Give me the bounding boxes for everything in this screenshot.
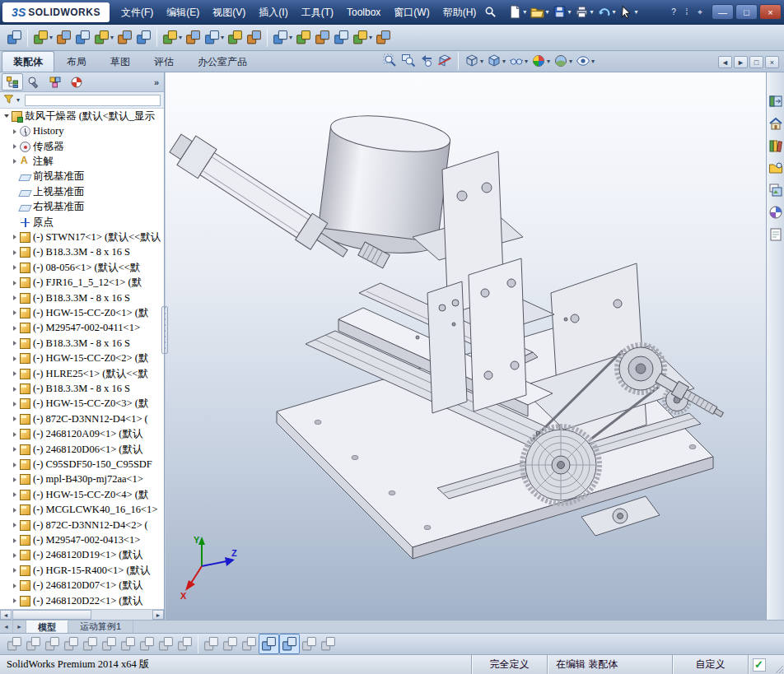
file-explorer-icon[interactable]	[768, 160, 783, 175]
rotate-component-icon[interactable]	[134, 28, 153, 47]
expander-icon[interactable]	[11, 553, 19, 558]
tree-item[interactable]: (-) HGW-15-CC-Z0<4> (默	[0, 487, 164, 502]
command-tab[interactable]: 办公室产品	[186, 51, 259, 72]
tree-horizontal-scrollbar[interactable]: ◄ ►	[0, 609, 164, 620]
explode-line-sketch-icon[interactable]	[294, 28, 313, 47]
tree-item[interactable]: (-) C95SDF50-150_C95SDF	[0, 457, 164, 472]
custom-properties-icon[interactable]	[768, 227, 783, 242]
shaded-with-edges-icon[interactable]	[259, 634, 279, 654]
command-tab[interactable]: 评估	[142, 51, 185, 72]
document-tab[interactable]: 运动算例1	[68, 621, 133, 633]
doc-prev-button[interactable]: ◄	[718, 56, 732, 68]
measure-icon[interactable]	[332, 28, 351, 47]
menu-item[interactable]: 插入(I)	[252, 0, 294, 25]
new-document-button[interactable]: ▾	[506, 4, 528, 20]
save-button[interactable]: ▾	[551, 4, 572, 20]
sketch-icon[interactable]	[5, 634, 24, 653]
tree-item[interactable]: (-) 872C-D3NN12-D4<1> (	[0, 411, 164, 426]
tab-feature-manager-tree[interactable]	[2, 73, 23, 91]
polygon-tool-icon[interactable]	[100, 634, 119, 653]
zoom-fit-icon[interactable]	[382, 53, 399, 69]
tree-item[interactable]: 上视基准面	[0, 184, 164, 199]
tree-item[interactable]: 前视基准面	[0, 170, 164, 184]
expander-icon[interactable]	[11, 477, 19, 482]
dropdown-caret[interactable]: ▾	[179, 34, 182, 41]
dropdown-caret[interactable]: ▾	[545, 8, 548, 16]
doc-close-button[interactable]: ×	[765, 56, 779, 68]
document-tab[interactable]: 模型	[26, 621, 68, 633]
view-mode-dropdown[interactable]: 自定义	[672, 655, 748, 674]
tree-item[interactable]: (-) 2468120A09<1> (默认	[0, 427, 164, 442]
panel-splitter[interactable]	[161, 306, 168, 354]
previous-view-icon[interactable]	[418, 53, 435, 69]
expander-icon[interactable]	[11, 492, 19, 497]
exploded-view-icon[interactable]: ▾	[271, 28, 294, 47]
search-icon[interactable]	[483, 5, 498, 19]
menu-item[interactable]: 帮助(H)	[436, 0, 483, 25]
edit-component-icon[interactable]	[5, 28, 24, 47]
solidworks-resources-icon[interactable]	[768, 116, 783, 131]
pin-icon[interactable]: ⌖	[693, 7, 707, 17]
tree-item[interactable]: (-) B18.3.3M - 8 x 16 S	[0, 336, 164, 351]
maximize-button[interactable]: □	[735, 4, 758, 20]
scrollbar-track[interactable]	[92, 610, 152, 620]
expander-icon[interactable]	[11, 387, 19, 392]
select-button[interactable]: ▾	[618, 4, 639, 20]
line-tool-icon[interactable]	[43, 634, 62, 653]
smart-dimension-icon[interactable]	[24, 634, 43, 653]
expander-icon[interactable]	[11, 568, 19, 573]
new-motion-study-icon[interactable]	[226, 28, 245, 47]
component-pattern-icon[interactable]	[73, 28, 92, 47]
tree-item[interactable]: 传感器	[0, 139, 164, 154]
tree-item[interactable]: (-) HGR-15-R400<1> (默认	[0, 563, 164, 578]
expander-icon[interactable]	[11, 583, 19, 588]
tree-item[interactable]: (-) 2468120D07<1> (默认	[0, 579, 164, 593]
offset-entities-icon[interactable]	[175, 634, 194, 653]
tree-item[interactable]: (-) MCGLCWK40_16_16<1>	[0, 503, 164, 518]
section-view-icon[interactable]	[436, 53, 453, 69]
tree-item[interactable]: (-) 872C-D3NN12-D4<2> (	[0, 518, 164, 532]
tree-item[interactable]: (-) 2468120D06<1> (默认	[0, 442, 164, 457]
dropdown-caret[interactable]: ▾	[634, 8, 637, 16]
doc-restore-button[interactable]: □	[749, 56, 763, 68]
expander-icon[interactable]	[11, 416, 19, 421]
dropdown-caret[interactable]: ▾	[547, 58, 550, 65]
menu-item[interactable]: 窗口(W)	[387, 0, 436, 25]
expander-icon[interactable]	[11, 310, 19, 315]
expander-icon[interactable]	[11, 598, 19, 603]
bom-table-icon[interactable]	[319, 634, 338, 653]
tab-configuration-manager[interactable]	[44, 73, 66, 91]
section-tool-icon[interactable]	[300, 634, 319, 653]
minimize-button[interactable]: —	[712, 4, 734, 20]
dropdown-caret[interactable]: ▾	[612, 8, 615, 16]
scroll-left-icon[interactable]: ◄	[0, 610, 12, 620]
resize-grip[interactable]	[769, 655, 784, 674]
menu-item[interactable]: Toolbox	[340, 0, 387, 25]
tree-item[interactable]: 注解	[0, 154, 164, 169]
expander-icon[interactable]	[11, 159, 19, 164]
view-palette-icon[interactable]	[768, 183, 783, 198]
tab-scroll-left-icon[interactable]: ◄	[0, 621, 13, 633]
dropdown-caret[interactable]: ▾	[110, 34, 114, 41]
dropdown-caret[interactable]: ▾	[49, 34, 53, 41]
graphics-viewport[interactable]: Y Z X	[166, 72, 766, 620]
tree-root-assembly[interactable]: 鼓风干燥器 (默认<默认_显示	[0, 109, 164, 123]
interference-detection-icon[interactable]	[313, 28, 332, 47]
command-tab[interactable]: 装配体	[2, 51, 54, 72]
dropdown-caret[interactable]: ▾	[16, 96, 20, 104]
reference-geometry-icon[interactable]: ▾	[203, 28, 226, 47]
print-button[interactable]: ▾	[573, 4, 595, 20]
expander-icon[interactable]	[11, 402, 19, 407]
expander-icon[interactable]	[11, 250, 19, 255]
section-properties-icon[interactable]	[374, 28, 393, 47]
menu-item[interactable]: 编辑(E)	[160, 0, 206, 25]
circle-tool-icon[interactable]	[62, 634, 81, 653]
linear-pattern-icon[interactable]	[221, 634, 240, 653]
task-pane-toggle-icon[interactable]	[768, 94, 783, 109]
expander-icon[interactable]	[11, 447, 19, 452]
tree-item[interactable]: (-) 08-056<1> (默认<<默	[0, 260, 164, 275]
scrollbar-thumb[interactable]	[12, 610, 91, 620]
expander-icon[interactable]	[2, 114, 11, 118]
filter-funnel-icon[interactable]	[3, 94, 14, 107]
tree-item[interactable]: (-) M29547-002-0413<1>	[0, 532, 164, 547]
